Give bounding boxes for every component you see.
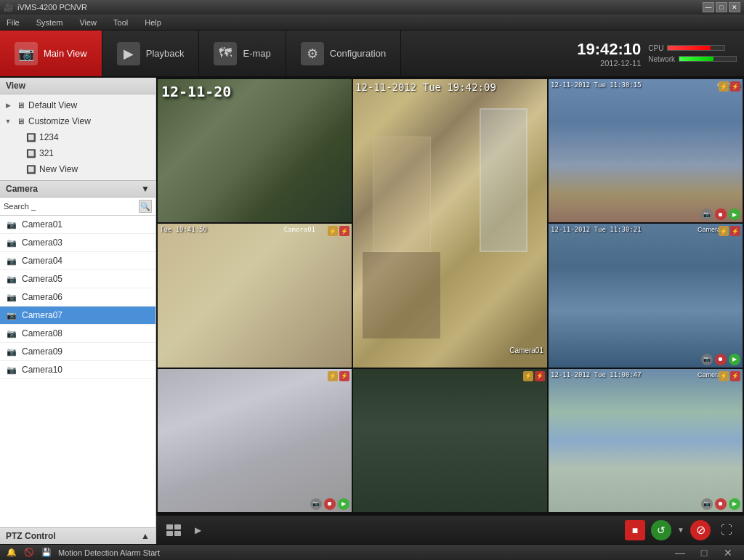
cam3-timestamp: Tue 19:41:50: [160, 226, 207, 233]
no-button[interactable]: ⊘: [690, 520, 711, 540]
camera-item-cam05[interactable]: 📷 Camera05: [0, 270, 155, 288]
cam10-icon: 📷: [6, 364, 17, 376]
title-bar-controls: — □ ✕: [703, 2, 740, 12]
status-restore-icon: □: [701, 547, 707, 559]
cam8-ctrl-snapshot[interactable]: 📷: [701, 498, 713, 510]
cam7-alerts: ⚡ ⚡: [523, 371, 545, 381]
cam2-ctrl-snapshot[interactable]: 📷: [701, 208, 713, 220]
arrow-right-icon: ▶: [195, 525, 201, 535]
nav-playback[interactable]: ▶ Playback: [102, 31, 200, 76]
cam4-ctrl-record[interactable]: ⏺: [715, 354, 727, 365]
cam6-controls: 📷 ⏺ ▶: [310, 498, 349, 510]
network-bar: [679, 56, 737, 62]
cam8-ctrl-record[interactable]: ⏺: [715, 498, 727, 510]
camera-item-cam04[interactable]: 📷 Camera04: [0, 252, 155, 270]
cam7-alert1: ⚡: [523, 371, 533, 381]
expand-button[interactable]: ⛶: [716, 520, 737, 540]
camera-cell-8[interactable]: 12-11-2012 Tue 11:00:47 Camera ⚡ ⚡ 📷 ⏺ ▶: [549, 369, 743, 512]
toggle-customize-view[interactable]: ▼: [4, 117, 12, 126]
camera-cell-2[interactable]: 12-11-2012 Tue 11:30:15 Camera 📷 ⏺ ▶ ⚡ ⚡: [549, 79, 743, 222]
tree-item-new-view[interactable]: 🔲 New View: [0, 161, 155, 177]
title-bar: 🎥 iVMS-4200 PCNVR — □ ✕: [0, 0, 744, 15]
cpu-row: CPU: [648, 44, 737, 52]
cam8-top-alerts: ⚡ ⚡: [719, 371, 740, 381]
cam4-ctrl-play[interactable]: ▶: [729, 354, 740, 365]
nav-emap[interactable]: 🗺 E-map: [199, 31, 286, 76]
menu-view[interactable]: View: [76, 17, 100, 28]
cam4-alert2: ⚡: [730, 226, 740, 236]
camera-cell-3[interactable]: Tue 19:41:50 Camera01 ⚡ ⚡: [158, 224, 352, 367]
bottom-toolbar: ▶ ■ ↺ ▼ ⊘ ⛶: [156, 515, 744, 544]
nav-playback-label: Playback: [146, 48, 185, 59]
cam8-alert2: ⚡: [730, 371, 740, 381]
cam5-label: Camera01: [509, 346, 543, 354]
menu-system[interactable]: System: [33, 17, 66, 28]
cam6-ctrl-snapshot[interactable]: 📷: [310, 498, 322, 510]
tree-item-default-view[interactable]: ▶ 🖥 Default View: [0, 97, 155, 113]
search-button[interactable]: 🔍: [139, 200, 152, 213]
camera-cell-5-large[interactable]: 12-11-2012 Tue 19:42:09 Camera01: [353, 79, 547, 368]
cam6-alert2: ⚡: [339, 371, 349, 381]
nav-main-view[interactable]: 📷 Main View: [0, 31, 102, 76]
stop-button[interactable]: ■: [625, 520, 645, 540]
cam09-icon: 📷: [6, 346, 17, 357]
camera-item-cam01[interactable]: 📷 Camera01: [0, 216, 155, 234]
cpu-fill: [668, 46, 711, 50]
camera-item-cam10[interactable]: 📷 Camera10: [0, 361, 155, 379]
cam08-label: Camera08: [22, 328, 62, 338]
menu-tool[interactable]: Tool: [110, 17, 131, 28]
toggle-default-view[interactable]: ▶: [4, 101, 12, 110]
cam09-label: Camera09: [22, 346, 62, 357]
status-alarm-icon: 🔔: [6, 547, 17, 559]
view-layout-btn[interactable]: [163, 520, 184, 540]
ptz-section[interactable]: PTZ Control ▲: [0, 527, 155, 544]
close-button[interactable]: ✕: [729, 2, 740, 12]
cam4-ctrl-snapshot[interactable]: 📷: [701, 354, 713, 365]
maximize-button[interactable]: □: [716, 2, 727, 12]
camera-section-header[interactable]: Camera ▼: [0, 180, 155, 198]
camera-cell-7[interactable]: ⚡ ⚡: [353, 369, 547, 512]
cam2-ctrl-play[interactable]: ▶: [729, 208, 740, 220]
cam4-label: Camera: [698, 226, 721, 233]
nav-emap-label: E-map: [243, 48, 270, 59]
svg-rect-2: [166, 531, 173, 536]
cam01-icon: 📷: [6, 219, 17, 230]
camera-cell-6[interactable]: ⚡ ⚡ 📷 ⏺ ▶: [158, 369, 352, 512]
nav-right: 19:42:10 2012-12-11 CPU Network: [577, 40, 744, 68]
camera-item-cam06[interactable]: 📷 Camera06: [0, 288, 155, 307]
cam6-ctrl-record[interactable]: ⏺: [324, 498, 336, 510]
status-error-icon: 🚫: [23, 547, 35, 559]
status-close-btn[interactable]: ✕: [718, 543, 738, 561]
nav-config[interactable]: ⚙ Configuration: [286, 31, 401, 76]
cam7-alert2: ⚡: [535, 371, 545, 381]
cam-overlay-8: 12-11-2012 Tue 11:00:47 Camera ⚡ ⚡ 📷 ⏺ ▶: [549, 369, 743, 512]
minimize-button[interactable]: —: [703, 2, 714, 12]
tree-item-1234[interactable]: 🔲 1234: [0, 129, 155, 145]
cam-overlay-7: ⚡ ⚡: [353, 369, 547, 512]
camera-item-cam09[interactable]: 📷 Camera09: [0, 343, 155, 361]
search-input[interactable]: [4, 202, 137, 211]
cam6-ctrl-play[interactable]: ▶: [338, 498, 349, 510]
camera-item-cam07[interactable]: 📷 Camera07: [0, 307, 155, 325]
camera-cell-1[interactable]: 12-11-20: [158, 79, 352, 222]
menu-file[interactable]: File: [4, 17, 23, 28]
cam8-ctrl-play[interactable]: ▶: [729, 498, 740, 510]
status-minimize-btn[interactable]: —: [670, 543, 690, 561]
camera-item-cam08[interactable]: 📷 Camera08: [0, 325, 155, 343]
refresh-dropdown[interactable]: ▼: [677, 526, 684, 534]
status-minimize-icon: —: [675, 547, 685, 559]
cam8-controls: 📷 ⏺ ▶: [701, 498, 740, 510]
camera-item-cam03[interactable]: 📷 Camera03: [0, 234, 155, 252]
menu-help[interactable]: Help: [142, 17, 164, 28]
tree-item-321[interactable]: 🔲 321: [0, 145, 155, 161]
camera-section: Camera ▼ 🔍 📷 Camera01 📷 Camera03 📷 C: [0, 180, 155, 527]
cam3-alerts: ⚡ ⚡: [328, 226, 349, 236]
cam03-icon: 📷: [6, 237, 17, 248]
cam2-ctrl-record[interactable]: ⏺: [715, 208, 727, 220]
refresh-button[interactable]: ↺: [651, 520, 671, 540]
camera-cell-4[interactable]: 12-11-2012 Tue 11:30:21 Camera ⚡ ⚡ 📷 ⏺ ▶: [549, 224, 743, 367]
tree-item-customize-view[interactable]: ▼ 🖥 Customize View: [0, 113, 155, 129]
arrow-btn[interactable]: ▶: [187, 520, 208, 540]
status-restore-btn[interactable]: □: [694, 543, 714, 561]
default-view-label: Default View: [28, 100, 152, 110]
